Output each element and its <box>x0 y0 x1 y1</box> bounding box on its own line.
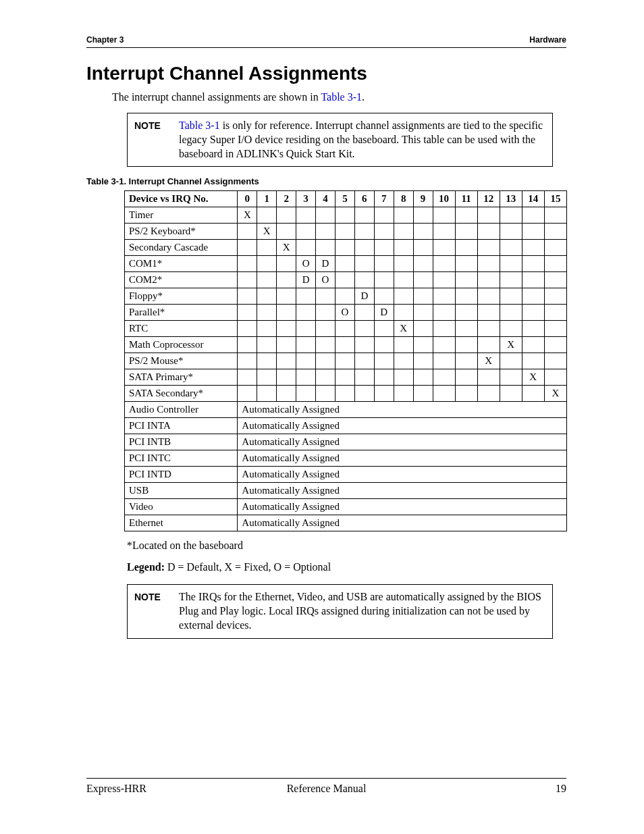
irq-cell <box>394 272 413 288</box>
irq-cell <box>413 353 433 369</box>
device-cell: Video <box>125 499 238 515</box>
irq-cell <box>477 256 500 272</box>
irq-cell <box>296 224 316 240</box>
irq-cell <box>374 272 394 288</box>
irq-cell <box>500 353 522 369</box>
table-row: Secondary CascadeX <box>125 240 567 256</box>
table-row: PCI INTAAutomatically Assigned <box>125 418 567 434</box>
irq-cell <box>374 288 394 305</box>
header-irq-7: 7 <box>374 191 394 207</box>
table-row: Floppy*D <box>125 288 567 305</box>
irq-cell <box>354 353 374 369</box>
irq-cell: X <box>500 337 522 353</box>
header-irq-5: 5 <box>335 191 354 207</box>
table-row: Parallel*OD <box>125 305 567 321</box>
irq-cell <box>413 386 433 402</box>
device-cell: Floppy* <box>125 288 238 305</box>
irq-cell <box>544 256 566 272</box>
device-cell: USB <box>125 483 238 499</box>
irq-cell <box>455 224 477 240</box>
irq-cell <box>238 321 257 337</box>
irq-cell <box>477 240 500 256</box>
auto-assigned-cell: Automatically Assigned <box>238 402 567 418</box>
irq-cell <box>394 353 413 369</box>
irq-cell: X <box>477 353 500 369</box>
table-caption: Table 3-1. Interrupt Channel Assignments <box>86 176 566 186</box>
auto-assigned-cell: Automatically Assigned <box>238 467 567 483</box>
irq-cell <box>394 256 413 272</box>
irq-cell <box>257 288 277 305</box>
irq-cell <box>394 288 413 305</box>
irq-cell <box>257 240 277 256</box>
irq-cell <box>354 272 374 288</box>
irq-cell <box>257 305 277 321</box>
table-row: PS/2 Mouse*X <box>125 353 567 369</box>
irq-cell <box>335 272 354 288</box>
irq-cell <box>544 207 566 224</box>
irq-cell <box>296 321 316 337</box>
irq-cell <box>433 369 455 386</box>
irq-cell <box>455 305 477 321</box>
page-header: Chapter 3 Hardware <box>86 35 566 48</box>
irq-cell <box>238 353 257 369</box>
header-device: Device vs IRQ No. <box>125 191 238 207</box>
irq-cell <box>433 207 455 224</box>
irq-cell <box>433 305 455 321</box>
irq-cell <box>433 353 455 369</box>
irq-cell <box>354 256 374 272</box>
irq-cell <box>257 272 277 288</box>
irq-cell <box>354 337 374 353</box>
irq-cell <box>413 240 433 256</box>
irq-cell <box>277 337 296 353</box>
irq-cell <box>413 272 433 288</box>
footer-center: Reference Manual <box>86 783 566 795</box>
irq-cell <box>354 386 374 402</box>
irq-cell <box>354 305 374 321</box>
irq-cell <box>316 240 336 256</box>
irq-cell <box>413 256 433 272</box>
irq-cell <box>316 305 336 321</box>
irq-cell <box>335 386 354 402</box>
irq-cell: X <box>257 224 277 240</box>
header-irq-2: 2 <box>277 191 296 207</box>
auto-assigned-cell: Automatically Assigned <box>238 450 567 467</box>
irq-cell <box>296 207 316 224</box>
irq-cell <box>394 207 413 224</box>
irq-cell <box>238 369 257 386</box>
header-irq-11: 11 <box>455 191 477 207</box>
header-irq-4: 4 <box>316 191 336 207</box>
irq-cell <box>257 386 277 402</box>
irq-cell <box>455 369 477 386</box>
irq-cell <box>277 305 296 321</box>
header-irq-15: 15 <box>544 191 566 207</box>
irq-cell: X <box>238 207 257 224</box>
table-ref-link[interactable]: Table 3-1 <box>321 91 362 103</box>
irq-cell <box>335 240 354 256</box>
irq-cell <box>296 305 316 321</box>
header-irq-3: 3 <box>296 191 316 207</box>
device-cell: PS/2 Keyboard* <box>125 224 238 240</box>
irq-cell <box>316 207 336 224</box>
note-table-ref-link[interactable]: Table 3-1 <box>179 120 220 131</box>
table-row: SATA Secondary*X <box>125 386 567 402</box>
irq-cell <box>522 321 544 337</box>
irq-cell <box>354 369 374 386</box>
header-irq-9: 9 <box>413 191 433 207</box>
auto-assigned-cell: Automatically Assigned <box>238 499 567 515</box>
device-cell: COM1* <box>125 256 238 272</box>
irq-cell <box>544 224 566 240</box>
table-row: COM1*OD <box>125 256 567 272</box>
intro-pre: The interrupt channel assignments are sh… <box>112 91 321 103</box>
irq-cell <box>257 369 277 386</box>
irq-cell: O <box>296 256 316 272</box>
table-footnote: *Located on the baseboard <box>127 540 566 552</box>
irq-cell <box>277 353 296 369</box>
note-box-1: NOTE Table 3-1 is only for reference. In… <box>127 113 553 167</box>
device-cell: PCI INTB <box>125 434 238 450</box>
irq-cell <box>238 224 257 240</box>
note-box-2: NOTE The IRQs for the Ethernet, Video, a… <box>127 584 553 638</box>
table-row: PCI INTDAutomatically Assigned <box>125 467 567 483</box>
irq-cell <box>413 224 433 240</box>
irq-cell <box>394 240 413 256</box>
auto-assigned-cell: Automatically Assigned <box>238 434 567 450</box>
